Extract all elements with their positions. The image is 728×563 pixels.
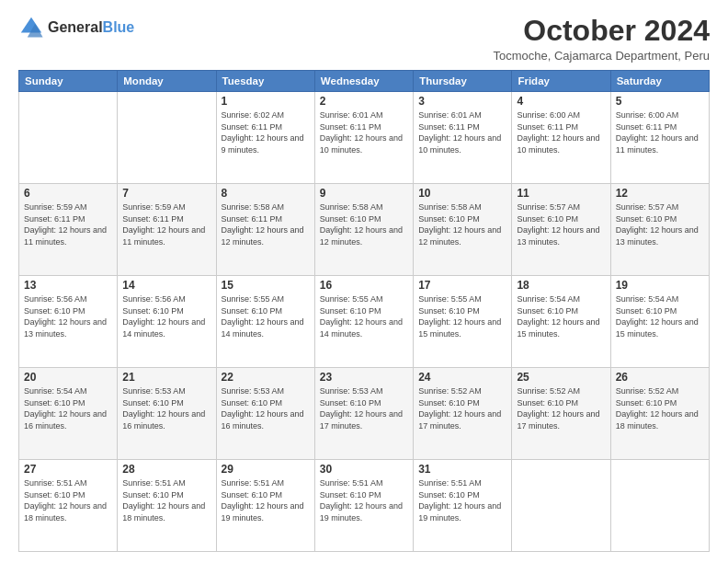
calendar-cell: 11Sunrise: 5:57 AMSunset: 6:10 PMDayligh… xyxy=(512,184,610,276)
day-number: 31 xyxy=(418,463,506,476)
logo-icon xyxy=(18,15,44,40)
day-number: 26 xyxy=(616,371,704,384)
day-info: Sunrise: 5:52 AMSunset: 6:10 PMDaylight:… xyxy=(616,385,704,431)
day-number: 25 xyxy=(517,371,605,384)
calendar-cell xyxy=(19,92,118,184)
day-number: 23 xyxy=(320,371,408,384)
page-header: General Blue October 2024 Tocmoche, Caja… xyxy=(18,15,710,63)
calendar-cell: 6Sunrise: 5:59 AMSunset: 6:11 PMDaylight… xyxy=(19,184,118,276)
day-number: 28 xyxy=(122,463,210,476)
day-number: 13 xyxy=(24,279,112,292)
col-tuesday: Tuesday xyxy=(216,71,314,92)
calendar-header-row: Sunday Monday Tuesday Wednesday Thursday… xyxy=(19,71,710,92)
day-number: 16 xyxy=(320,279,408,292)
day-number: 29 xyxy=(222,463,310,476)
day-number: 30 xyxy=(320,463,408,476)
day-info: Sunrise: 5:51 AMSunset: 6:10 PMDaylight:… xyxy=(222,477,310,523)
day-info: Sunrise: 5:57 AMSunset: 6:10 PMDaylight:… xyxy=(517,201,605,247)
col-monday: Monday xyxy=(118,71,216,92)
day-number: 20 xyxy=(24,371,112,384)
calendar-cell: 14Sunrise: 5:56 AMSunset: 6:10 PMDayligh… xyxy=(118,276,216,368)
day-info: Sunrise: 5:51 AMSunset: 6:10 PMDaylight:… xyxy=(24,477,112,523)
day-number: 3 xyxy=(418,95,506,108)
day-info: Sunrise: 5:59 AMSunset: 6:11 PMDaylight:… xyxy=(24,201,112,247)
calendar-cell: 24Sunrise: 5:52 AMSunset: 6:10 PMDayligh… xyxy=(414,368,512,460)
calendar-cell: 22Sunrise: 5:53 AMSunset: 6:10 PMDayligh… xyxy=(216,368,314,460)
calendar-cell xyxy=(610,460,709,552)
calendar-cell: 5Sunrise: 6:00 AMSunset: 6:11 PMDaylight… xyxy=(610,92,709,184)
calendar-cell: 15Sunrise: 5:55 AMSunset: 6:10 PMDayligh… xyxy=(216,276,314,368)
day-number: 4 xyxy=(517,95,605,108)
logo-text: General Blue xyxy=(48,19,134,36)
day-info: Sunrise: 5:52 AMSunset: 6:10 PMDaylight:… xyxy=(418,385,506,431)
calendar-cell: 3Sunrise: 6:01 AMSunset: 6:11 PMDaylight… xyxy=(414,92,512,184)
day-info: Sunrise: 6:01 AMSunset: 6:11 PMDaylight:… xyxy=(320,109,408,155)
day-info: Sunrise: 5:54 AMSunset: 6:10 PMDaylight:… xyxy=(24,385,112,431)
calendar-cell: 21Sunrise: 5:53 AMSunset: 6:10 PMDayligh… xyxy=(118,368,216,460)
col-sunday: Sunday xyxy=(19,71,118,92)
day-number: 19 xyxy=(616,279,704,292)
day-info: Sunrise: 6:00 AMSunset: 6:11 PMDaylight:… xyxy=(616,109,704,155)
day-info: Sunrise: 5:59 AMSunset: 6:11 PMDaylight:… xyxy=(122,201,210,247)
calendar-cell: 10Sunrise: 5:58 AMSunset: 6:10 PMDayligh… xyxy=(414,184,512,276)
title-block: October 2024 Tocmoche, Cajamarca Departm… xyxy=(493,15,710,63)
col-thursday: Thursday xyxy=(414,71,512,92)
col-wednesday: Wednesday xyxy=(314,71,413,92)
calendar-cell: 28Sunrise: 5:51 AMSunset: 6:10 PMDayligh… xyxy=(118,460,216,552)
month-title: October 2024 xyxy=(493,15,710,47)
calendar-cell: 23Sunrise: 5:53 AMSunset: 6:10 PMDayligh… xyxy=(314,368,413,460)
day-info: Sunrise: 5:51 AMSunset: 6:10 PMDaylight:… xyxy=(418,477,506,523)
calendar-cell: 18Sunrise: 5:54 AMSunset: 6:10 PMDayligh… xyxy=(512,276,610,368)
day-number: 21 xyxy=(122,371,210,384)
calendar-cell: 26Sunrise: 5:52 AMSunset: 6:10 PMDayligh… xyxy=(610,368,709,460)
day-number: 22 xyxy=(222,371,310,384)
day-info: Sunrise: 5:54 AMSunset: 6:10 PMDaylight:… xyxy=(616,293,704,339)
day-number: 6 xyxy=(24,187,112,200)
day-info: Sunrise: 5:51 AMSunset: 6:10 PMDaylight:… xyxy=(122,477,210,523)
week-row-4: 20Sunrise: 5:54 AMSunset: 6:10 PMDayligh… xyxy=(19,368,710,460)
calendar-cell: 17Sunrise: 5:55 AMSunset: 6:10 PMDayligh… xyxy=(414,276,512,368)
week-row-2: 6Sunrise: 5:59 AMSunset: 6:11 PMDaylight… xyxy=(19,184,710,276)
calendar-cell: 27Sunrise: 5:51 AMSunset: 6:10 PMDayligh… xyxy=(19,460,118,552)
calendar-cell: 8Sunrise: 5:58 AMSunset: 6:11 PMDaylight… xyxy=(216,184,314,276)
calendar-cell xyxy=(512,460,610,552)
day-info: Sunrise: 5:52 AMSunset: 6:10 PMDaylight:… xyxy=(517,385,605,431)
day-info: Sunrise: 5:53 AMSunset: 6:10 PMDaylight:… xyxy=(320,385,408,431)
calendar-cell: 25Sunrise: 5:52 AMSunset: 6:10 PMDayligh… xyxy=(512,368,610,460)
week-row-5: 27Sunrise: 5:51 AMSunset: 6:10 PMDayligh… xyxy=(19,460,710,552)
calendar-cell xyxy=(118,92,216,184)
calendar-cell: 12Sunrise: 5:57 AMSunset: 6:10 PMDayligh… xyxy=(610,184,709,276)
day-number: 1 xyxy=(222,95,310,108)
day-number: 7 xyxy=(122,187,210,200)
logo-general: General xyxy=(48,19,103,36)
day-number: 8 xyxy=(222,187,310,200)
calendar-cell: 1Sunrise: 6:02 AMSunset: 6:11 PMDaylight… xyxy=(216,92,314,184)
calendar-cell: 9Sunrise: 5:58 AMSunset: 6:10 PMDaylight… xyxy=(314,184,413,276)
day-info: Sunrise: 5:55 AMSunset: 6:10 PMDaylight:… xyxy=(418,293,506,339)
calendar-cell: 4Sunrise: 6:00 AMSunset: 6:11 PMDaylight… xyxy=(512,92,610,184)
day-info: Sunrise: 5:55 AMSunset: 6:10 PMDaylight:… xyxy=(320,293,408,339)
week-row-1: 1Sunrise: 6:02 AMSunset: 6:11 PMDaylight… xyxy=(19,92,710,184)
calendar-page: General Blue October 2024 Tocmoche, Caja… xyxy=(0,0,728,563)
calendar-cell: 31Sunrise: 5:51 AMSunset: 6:10 PMDayligh… xyxy=(414,460,512,552)
calendar-cell: 16Sunrise: 5:55 AMSunset: 6:10 PMDayligh… xyxy=(314,276,413,368)
day-info: Sunrise: 6:00 AMSunset: 6:11 PMDaylight:… xyxy=(517,109,605,155)
day-info: Sunrise: 6:01 AMSunset: 6:11 PMDaylight:… xyxy=(418,109,506,155)
day-info: Sunrise: 5:58 AMSunset: 6:10 PMDaylight:… xyxy=(320,201,408,247)
day-number: 12 xyxy=(616,187,704,200)
day-info: Sunrise: 5:55 AMSunset: 6:10 PMDaylight:… xyxy=(222,293,310,339)
calendar-cell: 29Sunrise: 5:51 AMSunset: 6:10 PMDayligh… xyxy=(216,460,314,552)
day-info: Sunrise: 5:58 AMSunset: 6:11 PMDaylight:… xyxy=(222,201,310,247)
day-number: 17 xyxy=(418,279,506,292)
day-number: 10 xyxy=(418,187,506,200)
day-info: Sunrise: 5:56 AMSunset: 6:10 PMDaylight:… xyxy=(24,293,112,339)
calendar-table: Sunday Monday Tuesday Wednesday Thursday… xyxy=(18,70,710,552)
day-number: 5 xyxy=(616,95,704,108)
day-info: Sunrise: 5:57 AMSunset: 6:10 PMDaylight:… xyxy=(616,201,704,247)
day-number: 14 xyxy=(122,279,210,292)
day-number: 24 xyxy=(418,371,506,384)
day-number: 27 xyxy=(24,463,112,476)
week-row-3: 13Sunrise: 5:56 AMSunset: 6:10 PMDayligh… xyxy=(19,276,710,368)
calendar-cell: 7Sunrise: 5:59 AMSunset: 6:11 PMDaylight… xyxy=(118,184,216,276)
day-info: Sunrise: 5:56 AMSunset: 6:10 PMDaylight:… xyxy=(122,293,210,339)
